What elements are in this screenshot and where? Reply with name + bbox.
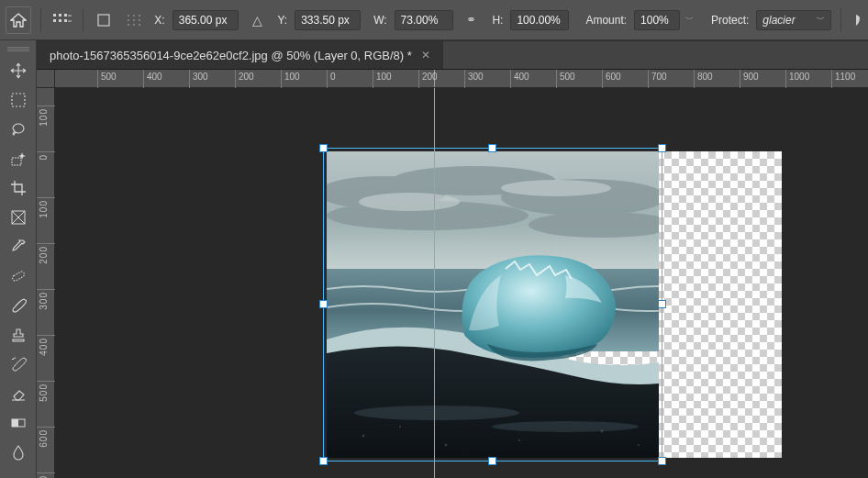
- ruler-h-tick: 100: [373, 70, 373, 88]
- ruler-h-tick: 500: [556, 70, 557, 88]
- svg-rect-24: [12, 419, 18, 427]
- handle-bottom-left[interactable]: [319, 457, 328, 465]
- ruler-h-label: 1100: [835, 72, 855, 82]
- history-brush-tool[interactable]: [4, 350, 33, 379]
- amount-stepper[interactable]: ﹀: [685, 14, 695, 26]
- vertical-guide[interactable]: [434, 88, 435, 478]
- move-icon: [10, 62, 27, 79]
- ruler-h-tick: 200: [418, 70, 419, 88]
- crop-tool[interactable]: [4, 173, 33, 203]
- link-wh-button[interactable]: ⚭: [461, 8, 484, 32]
- svg-point-8: [133, 15, 135, 17]
- ruler-h-tick: 400: [143, 70, 144, 88]
- document-title: photo-1567365356014-9ce2e62e0cf2.jpg @ 5…: [50, 49, 412, 62]
- droplet-icon: [10, 444, 27, 461]
- gradient-icon: [10, 415, 27, 431]
- frame-icon: [10, 209, 27, 226]
- svg-point-31: [359, 193, 460, 211]
- svg-point-39: [518, 439, 520, 441]
- ruler-h-label: 0: [330, 72, 336, 82]
- ruler-h-label: 600: [606, 72, 621, 82]
- ruler-h-label: 200: [239, 72, 254, 82]
- eyedropper-tool[interactable]: [4, 232, 33, 261]
- separator: [40, 8, 41, 32]
- image-layer[interactable]: [327, 151, 659, 458]
- overflow-button[interactable]: [851, 8, 862, 32]
- svg-rect-21: [11, 271, 25, 282]
- panel-grip[interactable]: [7, 47, 29, 52]
- gradient-tool[interactable]: [4, 408, 33, 438]
- canvas-viewport[interactable]: [55, 88, 868, 478]
- ruler-v-tick: 500: [37, 381, 55, 382]
- ruler-h-label: 900: [743, 72, 759, 82]
- horizontal-ruler[interactable]: 5004003002001000100200300400500600700800…: [55, 70, 868, 88]
- ruler-corner: [37, 70, 55, 88]
- svg-point-34: [354, 406, 519, 420]
- svg-point-10: [128, 19, 129, 21]
- svg-point-9: [139, 15, 140, 17]
- brush-tool[interactable]: [4, 291, 33, 320]
- separator: [83, 8, 83, 32]
- stamp-tool[interactable]: [4, 320, 33, 350]
- svg-point-15: [139, 24, 140, 26]
- y-label: Y:: [277, 14, 287, 27]
- ruler-h-tick: 400: [510, 70, 511, 88]
- ruler-h-tick: 0: [327, 70, 328, 88]
- svg-point-32: [501, 180, 611, 196]
- delta-icon-button[interactable]: △: [246, 8, 269, 32]
- ruler-h-tick: 1100: [831, 70, 832, 88]
- ruler-h-label: 800: [697, 72, 713, 82]
- canvas-stage: 5004003002001000100200300400500600700800…: [37, 70, 868, 478]
- blur-tool[interactable]: [4, 438, 33, 467]
- toggle-grid-icon[interactable]: [123, 8, 146, 32]
- marquee-tool[interactable]: [4, 85, 33, 115]
- lasso-icon: [10, 121, 27, 138]
- ruler-v-label: 0: [39, 154, 49, 161]
- protect-select[interactable]: glacier ﹀: [756, 10, 831, 30]
- frame-tool[interactable]: [4, 203, 33, 232]
- crop-icon: [10, 180, 27, 196]
- h-field[interactable]: [510, 10, 569, 30]
- link-icon: ⚭: [466, 13, 476, 27]
- svg-rect-2: [64, 14, 67, 17]
- ruler-h-label: 100: [376, 72, 392, 82]
- quick-select-tool[interactable]: [4, 144, 33, 173]
- close-tab-icon[interactable]: ✕: [421, 49, 430, 61]
- amount-field[interactable]: [634, 10, 680, 30]
- svg-point-12: [139, 19, 140, 21]
- ruler-h-tick: 1000: [785, 70, 786, 88]
- home-button[interactable]: [6, 6, 31, 34]
- wand-select-icon: [10, 150, 27, 167]
- reference-point-selector[interactable]: [50, 8, 73, 32]
- svg-rect-17: [12, 158, 21, 165]
- svg-point-40: [601, 430, 604, 433]
- ruler-v-label: 100: [39, 200, 49, 218]
- protect-value: glacier: [762, 14, 795, 27]
- eraser-tool[interactable]: [4, 379, 33, 408]
- ruler-v-label: 400: [39, 338, 49, 356]
- handle-bottom-right[interactable]: [658, 457, 666, 465]
- ruler-h-tick: 500: [97, 70, 98, 88]
- document-tab[interactable]: photo-1567365356014-9ce2e62e0cf2.jpg @ 5…: [37, 41, 443, 69]
- toggle-square-icon[interactable]: [93, 8, 116, 32]
- ruler-h-label: 200: [422, 72, 438, 82]
- handle-bottom-center[interactable]: [488, 457, 496, 465]
- delta-icon: △: [252, 13, 262, 28]
- shield-partial-icon: [851, 14, 861, 27]
- y-field[interactable]: [295, 10, 361, 30]
- ruler-v-label: 600: [39, 429, 49, 448]
- chevron-down-icon: ﹀: [817, 14, 825, 26]
- ruler-h-tick: 300: [189, 70, 190, 88]
- svg-rect-1: [59, 14, 61, 17]
- svg-point-38: [445, 444, 448, 447]
- vertical-ruler[interactable]: 1000100200300400500600700: [37, 88, 55, 478]
- healing-tool[interactable]: [4, 261, 33, 291]
- move-tool[interactable]: [4, 56, 33, 85]
- lasso-tool[interactable]: [4, 115, 33, 144]
- w-field[interactable]: [395, 10, 453, 30]
- ruler-h-tick: 100: [281, 70, 282, 88]
- svg-rect-16: [12, 94, 25, 106]
- x-field[interactable]: [172, 10, 239, 30]
- eraser-icon: [10, 385, 27, 402]
- svg-point-11: [133, 19, 135, 21]
